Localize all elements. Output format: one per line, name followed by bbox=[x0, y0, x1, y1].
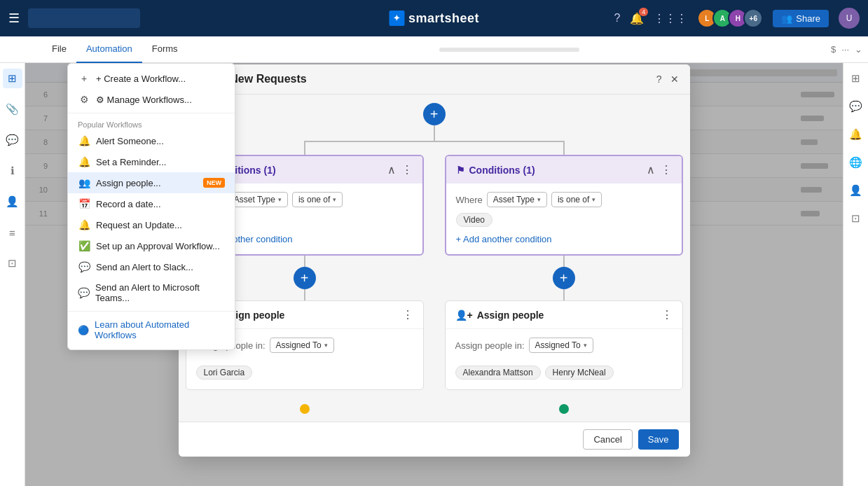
people-icon: 👥 bbox=[78, 177, 90, 188]
grid-icon[interactable]: ⋮⋮⋮ bbox=[654, 12, 687, 25]
branch1-add-button[interactable]: + bbox=[294, 267, 316, 289]
person-chip-1: Lori Garcia bbox=[196, 366, 253, 380]
sidebar-icon-chat[interactable]: 💬 bbox=[3, 130, 22, 150]
manage-workflows-item[interactable]: ⚙ ⚙ Manage Workflows... bbox=[68, 89, 235, 110]
create-workflow-item[interactable]: + + Create a Workflow... bbox=[68, 68, 235, 89]
add-icon: + bbox=[78, 73, 90, 84]
sidebar-icon-attachment[interactable]: 📎 bbox=[3, 99, 22, 119]
condition-body-2: Where Asset Type is one of Video Add ano… bbox=[446, 183, 682, 254]
add-condition-link-2[interactable]: Add another condition bbox=[456, 234, 672, 244]
automation-dropdown: + + Create a Workflow... ⚙ ⚙ Manage Work… bbox=[67, 63, 235, 350]
top-add-button[interactable]: + bbox=[423, 103, 446, 125]
assign-title-2: 👤+ Assign people bbox=[455, 310, 544, 321]
assign-field-dropdown-1[interactable]: Assigned To bbox=[270, 338, 334, 353]
menu-icon-1[interactable]: ⋮ bbox=[401, 163, 413, 176]
right-sidebar: ⊞ 💬 🔔 🌐 👤 ⊡ bbox=[843, 63, 868, 486]
branch-2: ⚑ Conditions (1) ∧ ⋮ bbox=[445, 141, 683, 390]
manage-icon: ⚙ bbox=[78, 94, 90, 105]
right-icon-6[interactable]: ⊡ bbox=[846, 209, 866, 228]
share-button[interactable]: 👥 Save Share bbox=[773, 10, 829, 27]
right-icon-2[interactable]: 💬 bbox=[846, 97, 866, 116]
condition-card-2: ⚑ Conditions (1) ∧ ⋮ bbox=[445, 155, 683, 256]
record-date-item[interactable]: 📅 Record a date... bbox=[68, 193, 235, 214]
modal-header: Assign New Requests ? ✕ bbox=[179, 64, 690, 95]
content-area: 6 7 8 bbox=[25, 63, 843, 486]
teams-icon: 💬 bbox=[78, 287, 90, 298]
sidebar-icon-activity[interactable]: ≡ bbox=[3, 223, 22, 242]
set-reminder-item[interactable]: 🔔 Set a Reminder... bbox=[68, 151, 235, 172]
assign-field-dropdown-2[interactable]: Assigned To bbox=[529, 338, 593, 353]
branch1-mid-line bbox=[304, 256, 305, 267]
operator-dropdown-1[interactable]: is one of bbox=[292, 192, 343, 207]
share-icon: 👥 bbox=[781, 13, 792, 24]
right-icon-4[interactable]: 🌐 bbox=[846, 153, 866, 172]
condition-actions-1: ∧ ⋮ bbox=[387, 163, 413, 176]
save-button[interactable]: Save bbox=[638, 429, 679, 450]
bell-icon-3: 🔔 bbox=[78, 219, 90, 230]
modal-body: + bbox=[179, 95, 690, 422]
help-icon[interactable]: ? bbox=[614, 12, 620, 25]
menu-bar: File Automation Forms $ ··· ⌄ bbox=[0, 36, 868, 63]
topbar-right: ? 🔔4 ⋮⋮⋮ L A H +6 👥 Save Share U bbox=[614, 8, 860, 29]
notifications-icon[interactable]: 🔔4 bbox=[630, 12, 644, 25]
cancel-button[interactable]: Cancel bbox=[583, 429, 632, 450]
avatar-more: +6 bbox=[743, 8, 763, 28]
collapse-icon-2[interactable]: ∧ bbox=[647, 163, 655, 176]
request-update-item[interactable]: 🔔 Request an Update... bbox=[68, 214, 235, 235]
automation-tab[interactable]: Automation bbox=[76, 36, 142, 63]
assign-icon-2: 👤+ bbox=[455, 310, 473, 321]
sidebar-icon-info[interactable]: ℹ bbox=[3, 161, 22, 181]
logo-icon: ✦ bbox=[389, 11, 404, 26]
teams-alert-item[interactable]: 💬 Send an Alert to Microsoft Teams... bbox=[68, 277, 235, 308]
right-icon-3[interactable]: 🔔 bbox=[846, 125, 866, 144]
assign-body-2: Assign people in: Assigned To Alexandra … bbox=[446, 329, 682, 389]
search-input[interactable] bbox=[28, 8, 140, 28]
condition-actions-2: ∧ ⋮ bbox=[647, 163, 672, 176]
branch1-top-line bbox=[304, 141, 305, 155]
modal-close-icon[interactable]: ✕ bbox=[670, 74, 679, 85]
condition-header-2: ⚑ Conditions (1) ∧ ⋮ bbox=[446, 156, 682, 183]
where-row-2: Where Asset Type is one of bbox=[456, 192, 672, 207]
assign-menu-icon-2[interactable]: ⋮ bbox=[661, 308, 673, 321]
field-dropdown-1[interactable]: Asset Type bbox=[228, 192, 288, 207]
left-sidebar: ⊞ 📎 💬 ℹ 👤 ≡ ⊡ bbox=[0, 63, 25, 486]
topbar: ☰ ✦ smartsheet ? 🔔4 ⋮⋮⋮ L A H +6 👥 Save … bbox=[0, 0, 868, 36]
field-dropdown-2[interactable]: Asset Type bbox=[487, 192, 547, 207]
forms-tab[interactable]: Forms bbox=[142, 36, 188, 63]
branch2-add-button[interactable]: + bbox=[553, 267, 575, 289]
approval-workflow-item[interactable]: ✅ Set up an Approval Workflow... bbox=[68, 235, 235, 256]
divider bbox=[68, 113, 235, 113]
right-icon-1[interactable]: ⊞ bbox=[846, 69, 866, 88]
avatar-group: L A H +6 bbox=[697, 8, 763, 28]
assign-menu-icon-1[interactable]: ⋮ bbox=[402, 308, 413, 321]
right-icon-5[interactable]: 👤 bbox=[846, 181, 866, 200]
assign-in-label-2: Assign people in: bbox=[455, 340, 525, 351]
collapse-icon-1[interactable]: ∧ bbox=[387, 163, 396, 176]
hamburger-icon[interactable]: ☰ bbox=[8, 11, 20, 26]
modal-header-icons: ? ✕ bbox=[656, 74, 679, 85]
new-badge: NEW bbox=[203, 178, 225, 188]
menu-icon-2[interactable]: ⋮ bbox=[661, 163, 672, 176]
check-icon: ✅ bbox=[78, 240, 90, 251]
modal-footer: Cancel Save bbox=[179, 422, 690, 457]
user-avatar[interactable]: U bbox=[839, 8, 860, 29]
logo: ✦ smartsheet bbox=[389, 11, 479, 26]
sidebar-icon-people[interactable]: 👤 bbox=[3, 192, 22, 211]
alert-someone-item[interactable]: 🔔 Alert Someone... bbox=[68, 130, 235, 151]
operator-dropdown-2[interactable]: is one of bbox=[551, 192, 602, 207]
modal-help-icon[interactable]: ? bbox=[656, 74, 662, 85]
assign-people-item[interactable]: 👥 Assign people... NEW bbox=[68, 172, 235, 193]
slack-icon: 💬 bbox=[78, 261, 90, 272]
notification-badge: 4 bbox=[639, 8, 648, 16]
file-menu[interactable]: File bbox=[42, 36, 76, 63]
sidebar-icon-grid[interactable]: ⊞ bbox=[3, 69, 22, 88]
branch2-mid-line bbox=[563, 256, 565, 267]
workflow-canvas: + bbox=[179, 95, 690, 422]
sidebar-icon-more[interactable]: ⊡ bbox=[3, 254, 22, 273]
slack-alert-item[interactable]: 💬 Send an Alert to Slack... bbox=[68, 256, 235, 277]
assign-header-2: 👤+ Assign people ⋮ bbox=[446, 301, 682, 329]
person-chip-2b: Henry McNeal bbox=[545, 366, 614, 380]
where-label-2: Where bbox=[456, 195, 483, 205]
learn-workflows-link[interactable]: 🔵 Learn about Automated Workflows bbox=[68, 314, 235, 345]
main-layout: ⊞ 📎 💬 ℹ 👤 ≡ ⊡ 6 bbox=[0, 63, 868, 486]
